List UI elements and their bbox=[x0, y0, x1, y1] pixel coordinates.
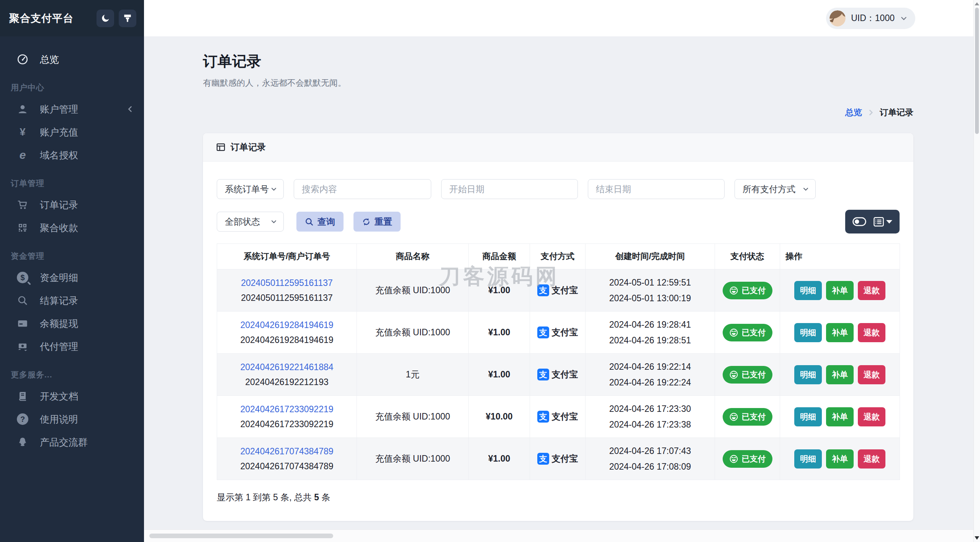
completed-time: 2024-04-26 17:08:09 bbox=[589, 459, 712, 474]
product-name: 1元 bbox=[357, 354, 469, 396]
sidebar-item-domain-auth[interactable]: e 订单记录 域名授权 bbox=[0, 144, 144, 167]
vertical-scrollbar[interactable] bbox=[973, 0, 980, 542]
breadcrumb: 总览 订单记录 bbox=[845, 107, 913, 118]
theme-brush-button[interactable] bbox=[119, 10, 136, 27]
sidebar-item-order-records[interactable]: 订单记录 bbox=[0, 193, 144, 216]
sidebar-item-account-recharge[interactable]: ¥ 账户充值 bbox=[0, 121, 144, 144]
avatar bbox=[829, 10, 846, 26]
page-head: 订单记录 有幽默感的人，永远都不会默默无闻。 bbox=[203, 36, 913, 89]
sys-order-link[interactable]: 2024042617074384789 bbox=[220, 446, 353, 457]
merchant-order-no: 2024042619284194619 bbox=[220, 335, 353, 345]
horizontal-scrollbar-thumb[interactable] bbox=[149, 534, 333, 538]
order-no-type-select[interactable]: 系统订单号 bbox=[217, 179, 284, 199]
created-time: 2024-04-26 19:22:14 bbox=[589, 359, 712, 374]
created-time: 2024-04-26 17:23:30 bbox=[589, 401, 712, 416]
reissue-button[interactable]: 补单 bbox=[826, 449, 854, 469]
start-date-input[interactable] bbox=[441, 179, 578, 199]
scroll-up-arrow-icon[interactable] bbox=[975, 2, 979, 5]
refund-button[interactable]: 退款 bbox=[858, 365, 885, 384]
search-input[interactable] bbox=[294, 179, 431, 199]
breadcrumb-home[interactable]: 总览 bbox=[845, 107, 862, 118]
sidebar-menu: 总览 用户中心 账户管理 ¥ 账户充值 e 订单记录 域名授权 bbox=[0, 36, 144, 454]
columns-button[interactable] bbox=[874, 217, 892, 227]
smiley-icon bbox=[729, 370, 738, 379]
detail-button[interactable]: 明细 bbox=[794, 449, 822, 469]
pagination-summary: 显示第 1 到第 5 条, 总共 5 条 bbox=[217, 491, 900, 503]
card-body: 系统订单号 所有支付方式 全部状态 bbox=[203, 162, 913, 521]
sys-order-link[interactable]: 2024042619221461884 bbox=[220, 362, 353, 372]
sidebar-item-settlement-records[interactable]: 结算记录 bbox=[0, 289, 144, 312]
sidebar-section-user-center: 用户中心 bbox=[0, 81, 144, 95]
reissue-button[interactable]: 补单 bbox=[826, 281, 854, 300]
content: 订单记录 有幽默感的人，永远都不会默默无闻。 总览 订单记录 订单记录 bbox=[144, 36, 973, 542]
sidebar-item-fund-details[interactable]: $ 资金明细 bbox=[0, 266, 144, 289]
sidebar-item-user-guide[interactable]: ? 使用说明 bbox=[0, 408, 144, 431]
col-header-order-no: 系统订单号/商户订单号 bbox=[217, 244, 357, 269]
status-badge: 已支付 bbox=[723, 450, 772, 468]
col-header-product: 商品名称 bbox=[357, 244, 469, 269]
completed-time: 2024-04-26 19:22:24 bbox=[589, 375, 712, 390]
sys-order-link[interactable]: 2024042617233092219 bbox=[220, 404, 353, 415]
end-date-input[interactable] bbox=[588, 179, 725, 199]
filter-row-2: 全部状态 查询 重置 bbox=[217, 210, 900, 233]
created-time: 2024-04-26 19:28:41 bbox=[589, 317, 712, 332]
detail-button[interactable]: 明细 bbox=[794, 281, 822, 300]
reset-button[interactable]: 重置 bbox=[353, 212, 401, 232]
sidebar-section-order-management: 订单管理 bbox=[0, 176, 144, 190]
refresh-icon bbox=[362, 217, 371, 226]
alipay-icon: 支 bbox=[537, 369, 549, 380]
pay-method-label: 支付宝 bbox=[552, 453, 578, 465]
sidebar-item-balance-withdraw[interactable]: 余额提现 bbox=[0, 312, 144, 335]
dark-mode-button[interactable] bbox=[97, 10, 114, 27]
reissue-button[interactable]: 补单 bbox=[826, 365, 854, 384]
order-row: 20240426192841946192024042619284194619 充… bbox=[217, 312, 900, 354]
query-button[interactable]: 查询 bbox=[296, 212, 344, 232]
user-menu[interactable]: UID：1000 bbox=[826, 8, 915, 29]
sys-order-link[interactable]: 2024050112595161137 bbox=[220, 278, 353, 288]
pay-method-label: 支付宝 bbox=[552, 369, 578, 380]
product-amount: ¥10.00 bbox=[469, 396, 530, 438]
horizontal-scrollbar[interactable] bbox=[144, 529, 973, 542]
cart-icon bbox=[16, 199, 29, 211]
detail-button[interactable]: 明细 bbox=[794, 407, 822, 426]
status-select[interactable]: 全部状态 bbox=[217, 212, 284, 232]
pay-method-label: 支付宝 bbox=[552, 327, 578, 338]
status-badge: 已支付 bbox=[723, 282, 772, 299]
qq-icon bbox=[16, 437, 29, 447]
pay-method-select[interactable]: 所有支付方式 bbox=[735, 179, 816, 199]
sidebar-item-aggregate-collection[interactable]: 聚合收款 bbox=[0, 216, 144, 239]
smiley-icon bbox=[729, 454, 738, 464]
status-badge: 已支付 bbox=[723, 408, 772, 426]
sidebar-item-dev-docs[interactable]: 开发文档 bbox=[0, 385, 144, 408]
refund-button[interactable]: 退款 bbox=[858, 281, 885, 300]
refund-button[interactable]: 退款 bbox=[858, 407, 885, 426]
alipay-icon: 支 bbox=[537, 327, 549, 338]
reissue-button[interactable]: 补单 bbox=[826, 323, 854, 342]
book-icon bbox=[16, 391, 29, 402]
order-row: 20240426170743847892024042617074384789 充… bbox=[217, 438, 900, 480]
sidebar-item-payout-management[interactable]: 代付管理 bbox=[0, 335, 144, 358]
sidebar: 聚合支付平台 总览 用户中心 bbox=[0, 0, 144, 542]
completed-time: 2024-04-26 19:28:51 bbox=[589, 333, 712, 348]
question-icon: ? bbox=[16, 413, 29, 425]
chevron-down-icon bbox=[270, 186, 277, 193]
vertical-scrollbar-thumb[interactable] bbox=[975, 8, 979, 134]
refund-button[interactable]: 退款 bbox=[858, 323, 885, 342]
reissue-button[interactable]: 补单 bbox=[826, 407, 854, 426]
page-title: 订单记录 bbox=[203, 52, 913, 71]
topbar: UID：1000 bbox=[144, 0, 973, 36]
toggle-view-button[interactable] bbox=[852, 217, 866, 226]
search-icon bbox=[305, 217, 314, 226]
sys-order-link[interactable]: 2024042619284194619 bbox=[220, 320, 353, 330]
status-badge: 已支付 bbox=[723, 366, 772, 384]
product-name: 充值余额 UID:1000 bbox=[357, 312, 469, 354]
sidebar-item-product-group[interactable]: 产品交流群 bbox=[0, 431, 144, 454]
sidebar-item-overview[interactable]: 总览 bbox=[0, 48, 144, 71]
sidebar-header: 聚合支付平台 bbox=[0, 0, 144, 36]
col-header-actions: 操作 bbox=[780, 244, 900, 269]
refund-button[interactable]: 退款 bbox=[858, 449, 885, 469]
scroll-down-arrow-icon[interactable] bbox=[975, 536, 979, 540]
detail-button[interactable]: 明细 bbox=[794, 365, 822, 384]
sidebar-item-account-management[interactable]: 账户管理 bbox=[0, 98, 144, 121]
detail-button[interactable]: 明细 bbox=[794, 323, 822, 342]
